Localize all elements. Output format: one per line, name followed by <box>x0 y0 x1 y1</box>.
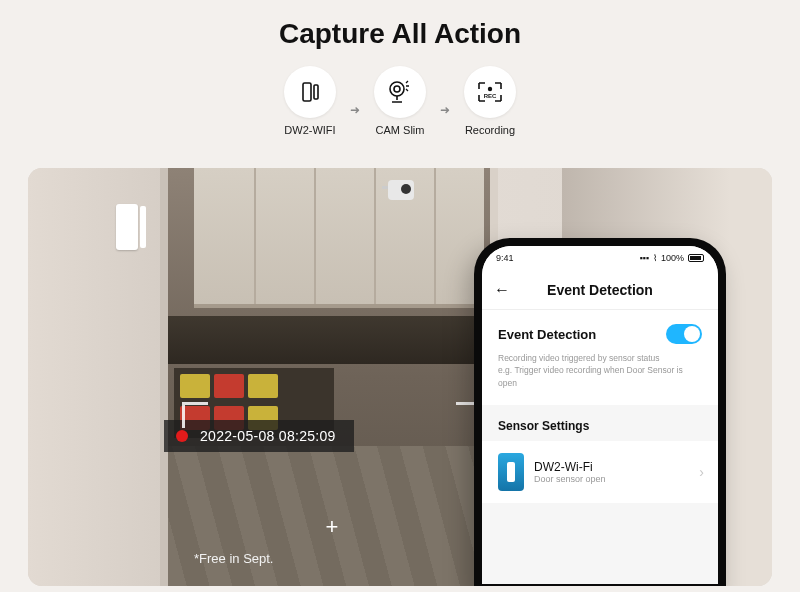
arrow-icon: ➜ <box>350 103 360 117</box>
flow-label: Recording <box>465 124 515 136</box>
battery-percent: 100% <box>661 253 684 263</box>
sensor-row[interactable]: DW2-Wi-Fi Door sensor open › <box>482 441 718 503</box>
app-bar: ← Event Detection <box>482 270 718 310</box>
signal-icon: ▪▪▪ <box>639 253 649 263</box>
status-time: 9:41 <box>496 253 514 263</box>
wifi-icon: ⌇ <box>653 253 657 263</box>
flow-item-sensor: DW2-WIFI <box>284 66 336 136</box>
page-title: Capture All Action <box>0 0 800 50</box>
sensor-device-icon <box>498 453 524 491</box>
phone-mockup: 9:41 ▪▪▪ ⌇ 100% ← Event Detection Event … <box>474 238 726 586</box>
event-detection-toggle[interactable] <box>666 324 702 344</box>
flow-item-recording: REC Recording <box>464 66 516 136</box>
hero-image: 2022-05-08 08:25:09 + *Free in Sept. 9:4… <box>28 168 772 586</box>
recording-icon: REC <box>464 66 516 118</box>
sensor-name: DW2-Wi-Fi <box>534 460 606 474</box>
svg-point-4 <box>488 87 492 91</box>
flow-item-camera: CAM Slim <box>374 66 426 136</box>
svg-point-2 <box>390 82 404 96</box>
event-detection-card: Event Detection Recording video triggere… <box>482 310 718 405</box>
card-description: Recording video triggered by sensor stat… <box>498 352 702 389</box>
footnote: *Free in Sept. <box>194 551 274 566</box>
svg-point-3 <box>394 86 400 92</box>
svg-rect-1 <box>314 85 318 99</box>
card-title: Event Detection <box>498 327 596 342</box>
door-sensor-icon <box>284 66 336 118</box>
arrow-icon: ➜ <box>440 103 450 117</box>
flow-diagram: DW2-WIFI ➜ CAM Slim ➜ REC Recording <box>0 66 800 136</box>
svg-text:REC: REC <box>484 93 497 99</box>
battery-icon <box>688 254 704 262</box>
camera-icon <box>374 66 426 118</box>
sensor-status: Door sensor open <box>534 474 606 484</box>
camera-device <box>388 180 422 202</box>
svg-rect-0 <box>303 83 311 101</box>
door-sensor-device <box>116 204 138 250</box>
flow-label: DW2-WIFI <box>284 124 335 136</box>
back-button[interactable]: ← <box>494 281 510 299</box>
sensor-settings-label: Sensor Settings <box>482 405 718 441</box>
chevron-right-icon: › <box>699 464 704 480</box>
appbar-title: Event Detection <box>547 282 653 298</box>
flow-label: CAM Slim <box>376 124 425 136</box>
status-bar: 9:41 ▪▪▪ ⌇ 100% <box>482 246 718 270</box>
